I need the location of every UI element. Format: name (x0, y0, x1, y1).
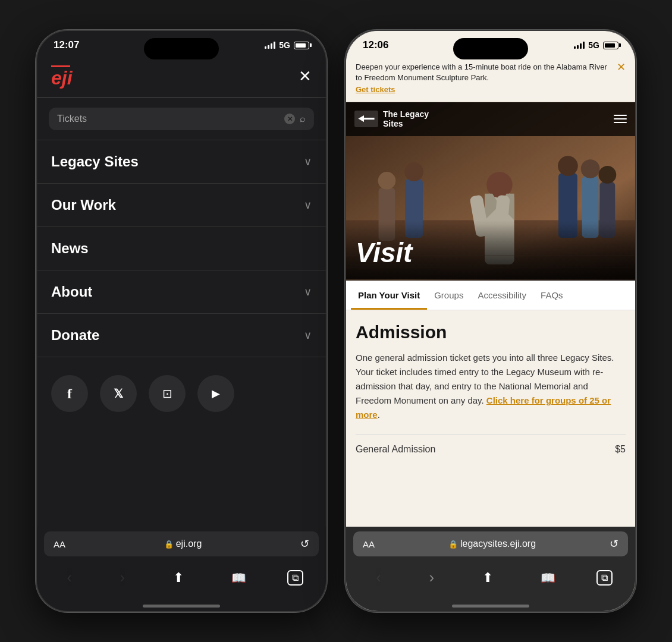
url-display-left[interactable]: 🔒 eji.org (164, 539, 202, 549)
hamburger-button[interactable] (614, 115, 627, 123)
nav-item-news[interactable]: News (37, 227, 326, 270)
svg-point-19 (599, 166, 617, 184)
back-button-right[interactable]: ‹ (369, 566, 388, 589)
nav-item-our-work[interactable]: Our Work ∨ (37, 184, 326, 227)
battery-fill-left (296, 43, 306, 48)
text-size-button-left[interactable]: AA (54, 539, 65, 549)
lock-icon-right: 🔒 (448, 540, 458, 549)
url-text-left[interactable]: eji.org (176, 539, 202, 549)
search-clear-button[interactable]: ✕ (284, 114, 295, 124)
battery-right (603, 42, 618, 49)
lock-icon-left: 🔒 (164, 540, 174, 549)
dynamic-island-right (453, 38, 528, 59)
header-photo: The Legacy Sites Visit (346, 102, 635, 281)
signal-bar-1 (265, 46, 266, 49)
back-button-left[interactable]: ‹ (59, 566, 79, 589)
tabs-button-right[interactable]: ⧉ (596, 570, 613, 586)
reload-button-left[interactable]: ↺ (300, 537, 309, 550)
site-header: The Legacy Sites Visit (346, 102, 635, 281)
admission-text: One general admission ticket gets you in… (356, 351, 626, 422)
forward-button-right[interactable]: › (422, 566, 441, 589)
legacy-logo-text: The Legacy Sites (383, 109, 429, 130)
url-bar-right[interactable]: AA 🔒 legacysites.eji.org ↺ (353, 531, 628, 556)
nav-item-legacy-sites[interactable]: Legacy Sites ∨ (37, 140, 326, 184)
tab-groups[interactable]: Groups (427, 281, 470, 310)
twitter-button[interactable]: 𝕏 (100, 375, 137, 412)
signal-bar-r3 (580, 43, 582, 49)
nav-label-our-work: Our Work (51, 197, 116, 213)
main-content: Admission One general admission ticket g… (346, 310, 635, 467)
eji-logo: eji (51, 65, 73, 87)
share-button-left[interactable]: ⬆ (166, 568, 191, 588)
tabs-button-left[interactable]: ⧉ (287, 570, 303, 586)
signal-bar-r1 (574, 46, 576, 49)
bottom-bar-left: AA 🔒 eji.org ↺ ‹ › ⬆ 📖 ⧉ (37, 527, 326, 611)
eji-logo-text: eji (51, 68, 73, 87)
signal-bar-r2 (577, 45, 579, 49)
legacy-logo-icon (354, 110, 378, 128)
general-admission-row: General Admission $5 (356, 434, 626, 455)
browser-nav-controls-right: ‹ › ⬆ 📖 ⧉ (346, 561, 635, 601)
instagram-button[interactable]: ⊡ (149, 375, 186, 412)
nav-label-legacy-sites: Legacy Sites (51, 153, 139, 170)
search-input[interactable]: Tickets (57, 114, 280, 124)
legacy-logo-line2: Sites (383, 119, 429, 129)
browser-nav-controls-left: ‹ › ⬆ 📖 ⧉ (37, 561, 326, 601)
site-header-overlay: Visit (346, 225, 635, 281)
bookmarks-button-right[interactable]: 📖 (533, 568, 563, 587)
tab-plan-your-visit[interactable]: Plan Your Visit (351, 281, 427, 310)
nav-item-donate[interactable]: Donate ∨ (37, 314, 326, 357)
logo-area: eji ✕ (37, 56, 326, 97)
tab-groups-label: Groups (434, 290, 463, 300)
tab-accessibility-label: Accessibility (478, 290, 526, 300)
general-admission-label: General Admission (356, 444, 435, 455)
banner-message: Deepen your experience with a 15-minute … (356, 62, 607, 82)
text-size-button-right[interactable]: AA (363, 539, 375, 549)
chevron-icon-about: ∨ (304, 285, 312, 298)
bottom-bar-right: AA 🔒 legacysites.eji.org ↺ ‹ › ⬆ 📖 ⧉ (346, 527, 635, 611)
status-right-left: 5G (265, 40, 309, 50)
url-text-right[interactable]: legacysites.eji.org (460, 539, 536, 549)
visit-title: Visit (356, 237, 626, 269)
bookmarks-button-left[interactable]: 📖 (224, 568, 253, 587)
instagram-icon: ⊡ (162, 386, 172, 401)
battery-fill-right (605, 43, 615, 48)
hamburger-line-3 (614, 122, 627, 123)
banner: Deepen your experience with a 15-minute … (346, 56, 635, 102)
share-button-right[interactable]: ⬆ (475, 568, 500, 588)
facebook-button[interactable]: f (51, 375, 88, 412)
signal-bar-r4 (583, 42, 585, 49)
search-icon[interactable]: ⌕ (300, 114, 306, 124)
svg-point-15 (558, 156, 578, 176)
status-right-right: 5G (574, 40, 618, 50)
tab-plan-label: Plan Your Visit (358, 290, 420, 300)
get-tickets-link[interactable]: Get tickets (356, 84, 611, 95)
battery-left (294, 42, 309, 49)
twitter-icon: 𝕏 (114, 386, 123, 401)
admission-period: . (378, 410, 380, 420)
general-admission-price: $5 (615, 444, 626, 455)
search-bar[interactable]: Tickets ✕ ⌕ (49, 108, 314, 130)
divider-top (37, 97, 326, 98)
facebook-icon: f (67, 386, 72, 402)
url-display-right[interactable]: 🔒 legacysites.eji.org (448, 539, 536, 549)
status-time-right: 12:06 (363, 39, 388, 51)
network-type-right: 5G (588, 40, 599, 50)
forward-button-left[interactable]: › (112, 566, 132, 589)
tab-accessibility[interactable]: Accessibility (470, 281, 533, 310)
home-indicator-right (452, 605, 529, 608)
status-time-left: 12:07 (54, 39, 79, 51)
hamburger-line-1 (614, 115, 627, 116)
reload-button-right[interactable]: ↺ (610, 537, 618, 550)
tab-faqs[interactable]: FAQs (533, 281, 570, 310)
youtube-button[interactable]: ▶ (197, 375, 234, 412)
nav-item-about[interactable]: About ∨ (37, 270, 326, 314)
svg-point-11 (404, 162, 423, 181)
url-bar-left[interactable]: AA 🔒 eji.org ↺ (44, 531, 319, 556)
signal-bar-2 (268, 45, 269, 49)
banner-close-button[interactable]: ✕ (617, 61, 626, 74)
tab-faqs-label: FAQs (541, 290, 563, 300)
svg-point-17 (581, 159, 600, 178)
social-icons-row: f 𝕏 ⊡ ▶ (37, 357, 326, 430)
close-button[interactable]: ✕ (299, 67, 312, 86)
